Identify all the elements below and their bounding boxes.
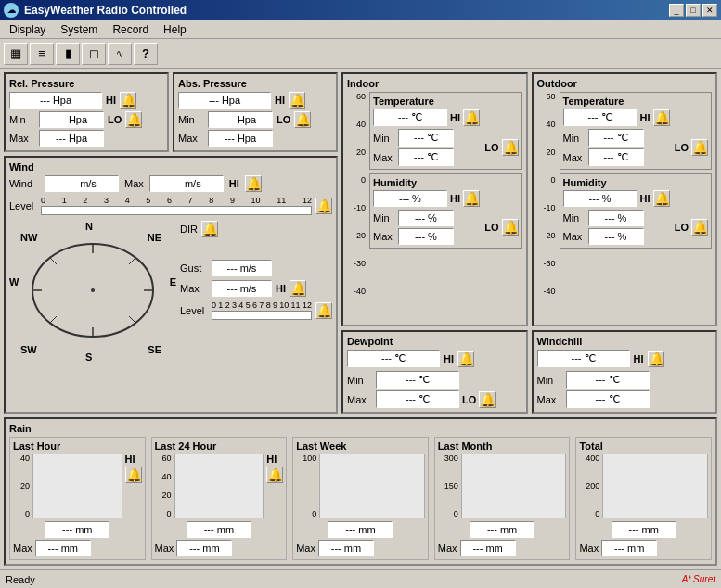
rain-month-max-value: --- mm xyxy=(460,540,516,556)
rain-last-hour: Last Hour 40200 HI 🔔 --- mm Max - xyxy=(9,437,146,560)
window-tool-button[interactable]: ◻ xyxy=(82,43,106,65)
outdoor-humidity-hi-bell[interactable]: 🔔 xyxy=(653,190,670,207)
wind-label: Wind xyxy=(9,178,39,189)
indoor-humidity-hi: HI xyxy=(450,193,460,204)
rain-hour-controls: HI 🔔 xyxy=(125,454,142,483)
rain-24h-chart xyxy=(174,454,264,518)
dewpoint-lo-bell[interactable]: 🔔 xyxy=(479,391,496,408)
title-bar: ☁ EasyWeather Radio Controlled _ □ ✕ xyxy=(0,0,721,20)
help-tool-button[interactable]: ? xyxy=(134,43,158,65)
rain-24h-hi-label: HI xyxy=(266,454,283,465)
rain-total-chart xyxy=(602,454,708,518)
close-button[interactable]: ✕ xyxy=(702,4,717,17)
rain-total-max-value: --- mm xyxy=(601,540,657,556)
gust-max-value: --- m/s xyxy=(212,280,272,297)
svg-point-9 xyxy=(91,288,95,292)
abs-pressure-hi-bell[interactable]: 🔔 xyxy=(289,92,305,109)
outdoor-humidity-value: --- % xyxy=(563,190,637,207)
outdoor-hum-max-label: Max xyxy=(563,231,586,242)
indoor-temp-hi-bell[interactable]: 🔔 xyxy=(463,109,480,126)
gust-hi-bell[interactable]: 🔔 xyxy=(290,280,306,297)
brand-text: At Suret xyxy=(682,574,715,584)
rain-total-max-label: Max xyxy=(579,543,599,554)
indoor-humidity-title: Humidity xyxy=(373,177,519,188)
rain-last-24hour: Last 24 Hour 6040200 HI 🔔 --- mm Max xyxy=(151,437,288,560)
rain-month-scale: 3001500 xyxy=(438,454,458,518)
dir-bell[interactable]: 🔔 xyxy=(201,221,218,237)
rel-lo-bell[interactable]: 🔔 xyxy=(125,111,142,128)
app-title: EasyWeather Radio Controlled xyxy=(24,4,187,17)
rain-week-value: --- mm xyxy=(328,521,393,538)
menu-display[interactable]: Display xyxy=(4,22,51,37)
indoor-humidity-hi-bell[interactable]: 🔔 xyxy=(463,190,480,207)
dewpoint-hi-label: HI xyxy=(444,353,454,364)
table-tool-button[interactable]: ▦ xyxy=(4,43,28,65)
grid-tool-button[interactable]: ≡ xyxy=(30,43,54,65)
svg-line-7 xyxy=(50,316,57,323)
menu-record[interactable]: Record xyxy=(107,22,154,37)
indoor-hum-lo: LO xyxy=(484,222,498,233)
app-icon: ☁ xyxy=(4,3,19,18)
outdoor-temp-max-label: Max xyxy=(563,152,586,163)
gust-max-label: Max xyxy=(180,283,208,294)
rain-week-chart xyxy=(319,454,425,518)
dewpoint-hi-bell[interactable]: 🔔 xyxy=(457,351,474,367)
rel-max-label: Max xyxy=(9,133,35,144)
gust-level-bell[interactable]: 🔔 xyxy=(315,302,332,319)
dewpoint-value: --- ℃ xyxy=(347,350,440,367)
rel-pressure-hi-label: HI xyxy=(106,95,116,106)
outdoor-temp-hi-bell[interactable]: 🔔 xyxy=(653,109,670,126)
indoor-temp-max-label: Max xyxy=(373,152,396,163)
title-bar-left: ☁ EasyWeather Radio Controlled xyxy=(4,3,187,18)
rain-month-max-label: Max xyxy=(438,543,457,554)
rain-month-value: --- mm xyxy=(470,521,534,538)
abs-pressure-panel: Abs. Pressure --- Hpa HI 🔔 Min --- Hpa L… xyxy=(173,72,338,152)
graph-tool-button[interactable]: ∿ xyxy=(108,43,132,65)
indoor-title: Indoor xyxy=(347,78,522,89)
minimize-button[interactable]: _ xyxy=(669,4,684,17)
indoor-hum-min-value: --- % xyxy=(398,210,454,226)
indoor-panel: Indoor 6040200-10-20-30-40 Temperature -… xyxy=(341,72,528,326)
rel-pressure-hi-bell[interactable]: 🔔 xyxy=(120,92,136,109)
rain-last-month: Last Month 3001500 --- mm Max --- mm xyxy=(434,437,571,560)
indoor-hum-lo-bell[interactable]: 🔔 xyxy=(502,219,519,236)
dir-label: DIR xyxy=(180,224,198,235)
outdoor-humidity-title: Humidity xyxy=(563,177,709,188)
gust-label: Gust xyxy=(180,262,208,274)
rain-total-scale: 4002000 xyxy=(579,454,599,518)
status-text: Ready xyxy=(6,574,35,585)
wind-hi-label: HI xyxy=(229,178,239,189)
menu-system[interactable]: System xyxy=(55,22,103,37)
maximize-button[interactable]: □ xyxy=(686,4,701,17)
indoor-temp-min-value: --- ℃ xyxy=(398,129,454,147)
rain-total-value: --- mm xyxy=(612,521,676,538)
outdoor-hum-lo-bell[interactable]: 🔔 xyxy=(691,219,708,236)
windchill-panel: Windchill --- ℃ HI 🔔 Min --- ℃ Max xyxy=(532,330,718,414)
rain-hour-hi-label: HI xyxy=(125,454,142,465)
wind-level-bell[interactable]: 🔔 xyxy=(315,198,332,214)
windchill-hi-bell[interactable]: 🔔 xyxy=(648,351,664,367)
windchill-min-value: --- ℃ xyxy=(566,371,650,389)
indoor-temp-min-label: Min xyxy=(373,133,396,144)
rel-pressure-value: --- Hpa xyxy=(9,92,102,109)
outdoor-humidity-hi: HI xyxy=(640,193,650,204)
outdoor-temp-lo-bell[interactable]: 🔔 xyxy=(691,139,708,156)
rain-hour-scale: 40200 xyxy=(13,454,30,518)
outdoor-temp-min-label: Min xyxy=(563,133,586,144)
menu-help[interactable]: Help xyxy=(158,22,192,37)
indoor-temp-lo-bell[interactable]: 🔔 xyxy=(502,139,519,156)
rain-hour-hi-bell[interactable]: 🔔 xyxy=(125,467,142,483)
svg-line-5 xyxy=(50,258,57,264)
abs-pressure-title: Abs. Pressure xyxy=(178,78,332,89)
chart-tool-button[interactable]: ▮ xyxy=(56,43,80,65)
gust-level-label: Level xyxy=(180,305,208,316)
wind-hi-bell[interactable]: 🔔 xyxy=(245,175,262,192)
rain-title: Rain xyxy=(9,423,712,434)
rain-24h-controls: HI 🔔 xyxy=(266,454,283,483)
outdoor-hum-max-value: --- % xyxy=(588,228,644,245)
dewpoint-panel: Dewpoint --- ℃ HI 🔔 Min --- ℃ Max - xyxy=(341,330,528,414)
rain-24h-hi-bell[interactable]: 🔔 xyxy=(266,467,283,483)
rain-week-max-value: --- mm xyxy=(318,540,374,556)
abs-lo-bell[interactable]: 🔔 xyxy=(294,111,311,128)
rain-hour-max-label: Max xyxy=(13,543,32,554)
